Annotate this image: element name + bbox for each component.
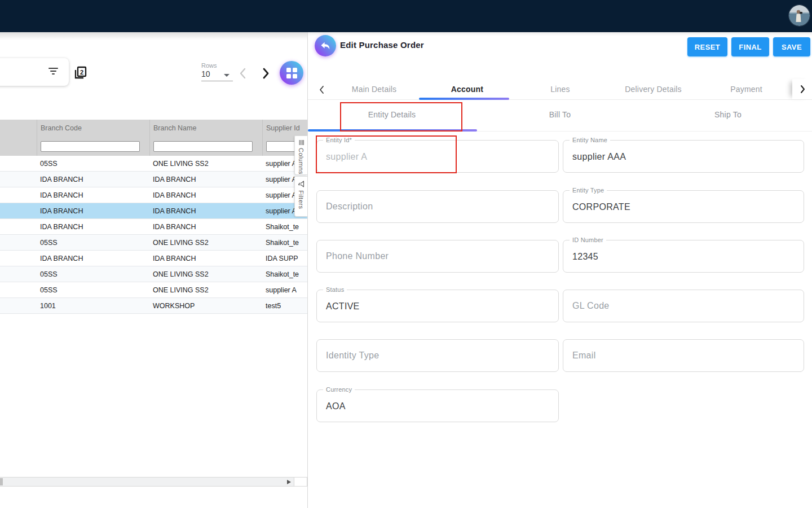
main-tabs-bar: Main Details Account Lines Delivery Deta… (308, 79, 812, 100)
filters-label: Filters (298, 190, 304, 209)
description-field[interactable]: Description (316, 190, 559, 223)
filter-branch-code-input[interactable] (41, 141, 140, 152)
avatar-image (789, 5, 810, 26)
svg-text:2: 2 (80, 69, 83, 76)
identity-type-field[interactable]: Identity Type (316, 339, 559, 372)
scrollbar-thumb[interactable] (0, 478, 3, 485)
entity-name-value: supplier AAA (572, 152, 626, 162)
table-row[interactable]: 05SS ONE LIVING SS2 supplier A (0, 282, 307, 298)
cell-supplier: Shaikot_te (262, 239, 307, 247)
branches-table: Branch Code Branch Name Supplier Id 05SS… (0, 120, 307, 314)
save-button[interactable]: SAVE (773, 37, 810, 56)
cell-supplier: IDA SUPP (262, 255, 307, 262)
id-number-field[interactable]: ID Number 12345 (563, 240, 804, 273)
tab-account[interactable]: Account (421, 79, 514, 99)
table-row[interactable]: IDA BRANCH IDA BRANCH Shaikot_te (0, 219, 307, 235)
email-placeholder: Email (572, 351, 596, 361)
phone-number-placeholder: Phone Number (326, 251, 389, 261)
table-row[interactable]: 05SS ONE LIVING SS2 Shaikot_te (0, 266, 307, 282)
table-row[interactable]: IDA BRANCH IDA BRANCH supplier A (0, 203, 307, 219)
header-supplier[interactable]: Supplier Id (262, 120, 307, 137)
tab-payment[interactable]: Payment (700, 79, 793, 99)
entity-id-value: supplier A (326, 152, 367, 162)
columns-icon (298, 140, 304, 145)
table-row[interactable]: 05SS ONE LIVING SS2 supplier A (0, 156, 307, 172)
gl-code-placeholder: GL Code (572, 301, 610, 311)
entity-id-field[interactable]: Entity Id* supplier A (316, 140, 559, 173)
header-branch-code[interactable]: Branch Code (37, 120, 149, 137)
horizontal-scrollbar[interactable] (0, 477, 294, 487)
filters-panel-toggle[interactable]: Filters (294, 176, 307, 217)
next-page-button[interactable] (258, 66, 273, 81)
final-button[interactable]: FINAL (731, 37, 769, 56)
user-avatar[interactable] (789, 5, 810, 26)
reset-button[interactable]: RESET (687, 37, 727, 56)
top-navbar (0, 0, 812, 32)
edit-purchase-order-panel: Edit Purchase Order RESET FINAL SAVE Mai… (307, 32, 812, 508)
cell-branch-name: ONE LIVING SS2 (149, 286, 262, 294)
header-branch-name[interactable]: Branch Name (149, 120, 262, 137)
back-arrow-icon (319, 40, 332, 52)
table-row[interactable]: 1001 WORKSHOP test5 (0, 298, 307, 314)
table-row[interactable]: 05SS ONE LIVING SS2 Shaikot_te (0, 235, 307, 251)
columns-label: Columns (298, 148, 304, 174)
search-filter-box[interactable] (0, 58, 69, 86)
entity-id-label: Entity Id* (323, 137, 355, 143)
table-header-row: Branch Code Branch Name Supplier Id (0, 120, 307, 137)
currency-label: Currency (323, 386, 355, 393)
currency-field[interactable]: Currency AOA (316, 389, 559, 422)
tabs-scroll-left-button[interactable] (316, 84, 328, 96)
cell-branch-code: 1001 (37, 302, 149, 310)
grid-view-button[interactable] (280, 61, 303, 85)
cell-branch-code: IDA BRANCH (37, 223, 149, 231)
rows-per-page-select[interactable]: 10 (201, 69, 233, 81)
cell-supplier: Shaikot_te (262, 223, 307, 231)
cell-branch-code: IDA BRANCH (37, 255, 149, 262)
subtab-ship-to[interactable]: Ship To (644, 100, 812, 131)
cell-supplier: supplier A (262, 286, 307, 294)
table-row[interactable]: IDA BRANCH IDA BRANCH supplier A (0, 172, 307, 187)
cell-branch-name: IDA BRANCH (149, 176, 262, 183)
entity-type-label: Entity Type (570, 187, 607, 194)
previous-page-button[interactable] (236, 66, 250, 81)
active-subtab-indicator (308, 129, 477, 132)
table-row[interactable]: IDA BRANCH IDA BRANCH supplier A (0, 187, 307, 203)
entity-type-value: CORPORATE (572, 202, 630, 212)
tabs-strip: Main Details Account Lines Delivery Deta… (328, 79, 793, 99)
records-list-panel: 2 Rows 10 Branch Code Branch Name Suppli… (0, 32, 307, 508)
cell-branch-code: 05SS (37, 286, 149, 294)
subtab-entity-details[interactable]: Entity Details (308, 100, 476, 131)
id-number-label: ID Number (570, 237, 606, 243)
status-value: ACTIVE (326, 301, 360, 312)
status-field[interactable]: Status ACTIVE (316, 290, 559, 322)
scrollbar-corner (294, 477, 307, 487)
cell-supplier: Shaikot_te (262, 270, 307, 278)
filter-funnel-icon (298, 181, 304, 187)
tabs-scroll-right-button[interactable] (792, 79, 812, 99)
entity-name-field[interactable]: Entity Name supplier AAA (563, 140, 804, 173)
phone-number-field[interactable]: Phone Number (316, 240, 559, 273)
tab-lines[interactable]: Lines (514, 79, 607, 99)
filter-funnel-icon[interactable] (48, 68, 59, 76)
cell-branch-code: 05SS (37, 270, 149, 278)
cell-branch-code: IDA BRANCH (37, 207, 149, 215)
subtab-bill-to[interactable]: Bill To (476, 100, 644, 131)
back-button[interactable] (315, 35, 336, 56)
cell-branch-name: IDA BRANCH (149, 207, 262, 215)
chevron-down-icon (224, 74, 230, 77)
columns-panel-toggle[interactable]: Columns (294, 135, 307, 175)
cell-branch-name: ONE LIVING SS2 (149, 160, 262, 168)
email-field[interactable]: Email (563, 339, 804, 372)
filter-branch-name-input[interactable] (153, 141, 253, 152)
duplicate-layers-icon[interactable]: 2 (72, 65, 88, 81)
tab-main-details[interactable]: Main Details (328, 79, 421, 99)
cell-branch-name: WORKSHOP (149, 302, 262, 310)
identity-type-placeholder: Identity Type (326, 351, 379, 361)
table-row[interactable]: IDA BRANCH IDA BRANCH IDA SUPP (0, 251, 307, 266)
cell-supplier: test5 (262, 302, 307, 310)
entity-type-field[interactable]: Entity Type CORPORATE (563, 190, 804, 223)
gl-code-field[interactable]: GL Code (563, 290, 804, 322)
description-placeholder: Description (326, 202, 373, 212)
scroll-right-arrow-icon[interactable] (287, 480, 291, 484)
tab-delivery-details[interactable]: Delivery Details (607, 79, 700, 99)
